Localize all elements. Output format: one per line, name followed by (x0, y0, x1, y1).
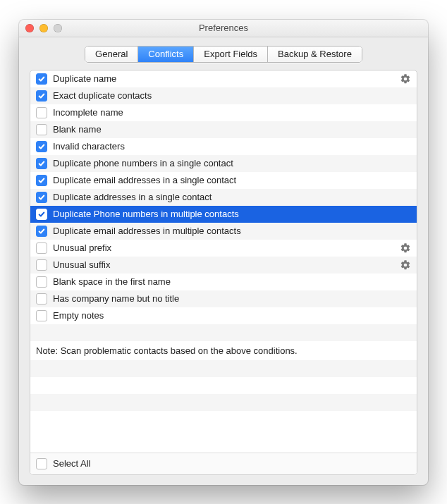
list-item[interactable]: Has company name but no title (30, 290, 417, 307)
gear-icon[interactable] (400, 73, 411, 85)
list-item[interactable]: Blank name (30, 121, 417, 138)
tab-general[interactable]: General (85, 47, 138, 62)
tab-conflicts[interactable]: Conflicts (138, 47, 194, 62)
tabs-container: General Conflicts Export Fields Backup &… (19, 37, 428, 70)
checkbox[interactable] (36, 310, 47, 321)
list-item[interactable]: Exact duplicate contacts (30, 87, 417, 104)
item-label: Duplicate phone numbers in a single cont… (53, 158, 411, 168)
note-text: Note: Scan problematic contacts based on… (36, 345, 298, 356)
note-row: Note: Scan problematic contacts based on… (30, 341, 417, 360)
list-item[interactable]: Duplicate name (30, 70, 417, 87)
list-item[interactable]: Duplicate phone numbers in a single cont… (30, 155, 417, 172)
checkbox[interactable] (36, 226, 47, 237)
item-label: Duplicate name (53, 73, 400, 84)
list-item[interactable]: Incomplete name (30, 104, 417, 121)
checkbox[interactable] (36, 124, 47, 135)
minimize-icon[interactable] (39, 24, 48, 32)
spacer-row (30, 360, 417, 377)
list-item[interactable]: Duplicate email addresses in a single co… (30, 172, 417, 189)
checkbox[interactable] (36, 276, 47, 288)
select-all-label: Select All (53, 458, 90, 469)
item-label: Blank space in the first name (53, 276, 411, 287)
select-all-checkbox[interactable] (36, 458, 47, 469)
list-item[interactable]: Unusual prefix (30, 240, 417, 257)
close-icon[interactable] (25, 24, 34, 32)
list-item[interactable]: Unusual suffix (30, 257, 417, 273)
preferences-window: Preferences General Conflicts Export Fie… (19, 20, 428, 485)
item-label: Blank name (53, 124, 411, 135)
spacer-row (30, 394, 417, 411)
item-label: Unusual suffix (53, 259, 400, 270)
conflicts-list[interactable]: Duplicate nameExact duplicate contactsIn… (30, 70, 417, 453)
item-label: Duplicate Phone numbers in multiple cont… (53, 209, 411, 219)
checkbox[interactable] (36, 259, 47, 271)
checkbox[interactable] (36, 107, 47, 118)
checkbox[interactable] (36, 90, 47, 102)
item-label: Exact duplicate contacts (53, 90, 411, 101)
list-item[interactable]: Empty notes (30, 307, 417, 324)
list-item[interactable]: Invalid characters (30, 138, 417, 155)
checkbox[interactable] (36, 158, 47, 169)
item-label: Duplicate email addresses in a single co… (53, 175, 411, 185)
segmented-control: General Conflicts Export Fields Backup &… (85, 46, 362, 63)
checkbox[interactable] (36, 192, 47, 203)
checkbox[interactable] (36, 242, 47, 254)
gear-icon[interactable] (400, 259, 411, 271)
checkbox[interactable] (36, 141, 47, 152)
tab-export-fields[interactable]: Export Fields (194, 47, 268, 62)
maximize-icon[interactable] (54, 24, 62, 32)
item-label: Duplicate email addresses in multiple co… (53, 226, 411, 236)
list-item[interactable]: Duplicate Phone numbers in multiple cont… (30, 206, 417, 223)
gear-icon[interactable] (400, 242, 411, 254)
traffic-lights (25, 24, 62, 32)
window-title: Preferences (19, 23, 428, 33)
checkbox[interactable] (36, 209, 47, 220)
conflicts-panel: Duplicate nameExact duplicate contactsIn… (30, 70, 417, 475)
titlebar[interactable]: Preferences (19, 20, 428, 37)
checkbox[interactable] (36, 175, 47, 186)
item-label: Has company name but no title (53, 293, 411, 304)
item-label: Unusual prefix (53, 242, 400, 253)
list-item[interactable]: Blank space in the first name (30, 273, 417, 290)
item-label: Invalid characters (53, 141, 411, 152)
list-item[interactable]: Duplicate addresses in a single contact (30, 189, 417, 206)
panel-footer: Select All (30, 453, 417, 474)
item-label: Incomplete name (53, 107, 411, 118)
item-label: Duplicate addresses in a single contact (53, 192, 411, 202)
list-item[interactable]: Duplicate email addresses in multiple co… (30, 223, 417, 240)
tab-backup-restore[interactable]: Backup & Restore (268, 47, 362, 62)
checkbox[interactable] (36, 293, 47, 305)
spacer-row (30, 324, 417, 341)
checkbox[interactable] (36, 73, 47, 85)
item-label: Empty notes (53, 310, 411, 321)
spacer-row (30, 377, 417, 394)
